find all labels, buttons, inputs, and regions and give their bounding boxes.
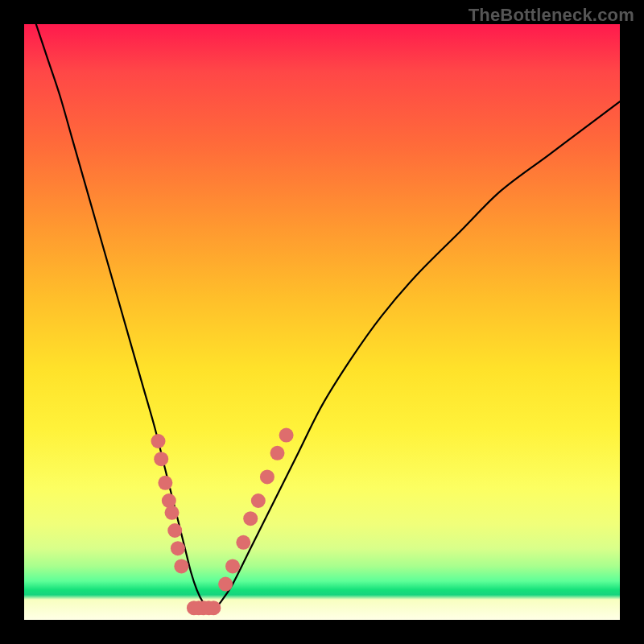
sample-point bbox=[251, 493, 266, 508]
sample-point bbox=[236, 535, 250, 550]
sample-point bbox=[174, 559, 188, 573]
plot-area bbox=[24, 24, 620, 620]
sample-point bbox=[206, 601, 221, 615]
chart-stage: TheBottleneck.com bbox=[0, 0, 644, 644]
sample-points-group bbox=[151, 428, 294, 616]
sample-point bbox=[154, 452, 168, 466]
sample-point bbox=[158, 476, 172, 490]
bottleneck-curve bbox=[36, 24, 620, 609]
sample-point bbox=[225, 559, 240, 573]
watermark-text: TheBottleneck.com bbox=[469, 5, 634, 26]
sample-point bbox=[260, 469, 275, 484]
sample-point bbox=[279, 428, 294, 443]
chart-overlay-svg bbox=[24, 24, 620, 620]
sample-point bbox=[218, 577, 233, 592]
sample-point bbox=[171, 541, 185, 555]
sample-point bbox=[165, 506, 180, 520]
sample-point bbox=[167, 523, 182, 538]
sample-point bbox=[270, 446, 285, 460]
sample-point bbox=[243, 511, 258, 526]
sample-point bbox=[151, 434, 166, 448]
